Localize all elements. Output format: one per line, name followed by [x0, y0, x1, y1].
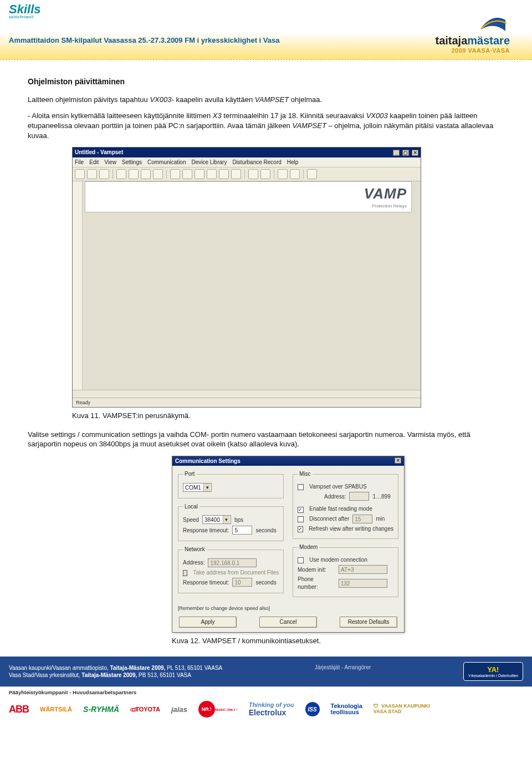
- page-footer: Vaasan kaupunki/Vaasan ammattiopisto, Ta…: [0, 657, 532, 723]
- organisers-label: Järjestäjät - Arrangörer: [315, 664, 371, 670]
- speed-select[interactable]: 38400: [202, 515, 231, 524]
- section-heading: Ohjelmiston päivittäminen: [28, 77, 504, 87]
- toolbar-button[interactable]: [207, 169, 217, 179]
- menubar: File Edit View Settings Communication De…: [73, 157, 421, 168]
- restore-defaults-button[interactable]: Restore Defaults: [340, 617, 397, 628]
- toolbar-button[interactable]: [116, 169, 126, 179]
- minimize-icon[interactable]: _: [393, 150, 400, 156]
- document-body: Ohjelmiston päivittäminen Laitteen ohjel…: [0, 60, 532, 657]
- toolbar-button[interactable]: [87, 169, 97, 179]
- paragraph-steps: - Aloita ensin kytkemällä laitteeseen kä…: [28, 111, 504, 140]
- electrolux-logo: Electrolux: [249, 708, 287, 717]
- network-address-input: 192.168.0.1: [208, 558, 257, 567]
- spabus-checkbox[interactable]: [298, 484, 304, 490]
- status-ready: Ready: [76, 399, 90, 406]
- maximize-icon[interactable]: ▢: [402, 150, 409, 156]
- dialog-note: [Remember to change device speed also]: [178, 605, 398, 612]
- net-response-timeout-input: 10: [232, 578, 252, 587]
- take-address-checkbox: [183, 570, 187, 576]
- close-icon[interactable]: ✕: [412, 150, 418, 156]
- vampset-screenshot: Untitled - Vampset _ ▢ ✕ File Edit View …: [72, 147, 421, 408]
- toolbar-help-icon[interactable]: [307, 169, 317, 179]
- disconnect-checkbox[interactable]: [298, 516, 304, 522]
- toolbar-button[interactable]: [231, 169, 241, 179]
- port-select[interactable]: COM1: [183, 483, 212, 492]
- statusbar: Ready: [73, 398, 421, 407]
- vamp-banner: VAMP Protection Relays: [85, 181, 412, 212]
- local-group: Local Speed 38400 bps Response timeout: …: [178, 503, 284, 542]
- page-header: Skills skillsfinland Ammattitaidon SM-ki…: [0, 0, 532, 60]
- port-group: Port COM1: [178, 470, 284, 498]
- network-group: Network Address: 192.168.0.1 Take addres…: [178, 546, 284, 593]
- app-canvas: VAMP Protection Relays: [73, 181, 421, 398]
- window-titlebar: Untitled - Vampset _ ▢ ✕: [73, 147, 421, 157]
- jalas-logo: jalas: [171, 705, 187, 714]
- menu-device-library[interactable]: Device Library: [191, 159, 227, 166]
- electrolux-slogan: Thinking of you: [249, 701, 294, 708]
- toolbar-button[interactable]: [141, 169, 151, 179]
- modem-group: Modem Use modem connection Modem init: A…: [293, 543, 398, 597]
- toolbar-button[interactable]: [278, 169, 288, 179]
- refresh-checkbox[interactable]: [298, 526, 303, 532]
- menu-view[interactable]: View: [104, 159, 116, 166]
- partner-logos: ABB WÄRTSILÄ S-RYHMÄ TOYOTA jalas NRJ HI…: [0, 696, 532, 723]
- modem-init-input: AT+3: [339, 565, 387, 574]
- phone-number-input: 132: [339, 579, 387, 588]
- side-pane: [73, 181, 83, 398]
- menu-communication[interactable]: Communication: [147, 159, 186, 166]
- ya-logo: YA! Yrkesakademin i Österbotten: [463, 662, 523, 681]
- toolbar-button[interactable]: [219, 169, 229, 179]
- window-buttons: _ ▢ ✕: [392, 149, 418, 156]
- horizontal-scrollbar[interactable]: [73, 390, 421, 398]
- paragraph-intro: Laitteen ohjelmiston päivitys tapahtuu V…: [28, 95, 504, 105]
- vaasa-logo: VAASAN KAUPUNKIVASA STAD: [374, 704, 430, 715]
- iss-logo: ISS: [305, 702, 320, 716]
- toolbar-button[interactable]: [260, 169, 270, 179]
- toolbar-button[interactable]: [290, 169, 300, 179]
- paragraph-settings: Valitse settings / communication setting…: [28, 430, 504, 449]
- toolbar-button[interactable]: [129, 169, 139, 179]
- fast-reading-checkbox[interactable]: [298, 507, 304, 513]
- misc-group: Misc Vampset over SPABUS Address: 1…899: [293, 470, 398, 539]
- dialog-title: Communication Settings: [175, 457, 241, 465]
- disconnect-value-input: 15: [352, 515, 372, 523]
- toyota-logo: TOYOTA: [130, 706, 160, 713]
- menu-settings[interactable]: Settings: [122, 159, 142, 166]
- figure-caption-12: Kuva 12. VAMPSET / kommunikointiasetukse…: [172, 636, 504, 646]
- figure-caption-11: Kuva 11. VAMPSET:in perusnäkymä.: [72, 411, 504, 421]
- cancel-button[interactable]: Cancel: [259, 617, 317, 628]
- footer-address: Vaasan kaupunki/Vaasan ammattiopisto, Ta…: [9, 664, 222, 679]
- address-label: Address:: [183, 559, 204, 567]
- toolbar-button[interactable]: [170, 169, 180, 179]
- comm-settings-dialog: Communication Settings ✕ Port COM1: [172, 456, 405, 633]
- teknologiateollisuus-logo: Teknologiateollisuus: [331, 703, 362, 715]
- abb-logo: ABB: [9, 704, 29, 715]
- response-timeout-label: Response timeout:: [183, 527, 229, 535]
- toolbar-button[interactable]: [248, 169, 258, 179]
- menu-edit[interactable]: Edit: [89, 159, 99, 166]
- partners-label: Pääyhteistyökumppanit - Huvudsamarbetspa…: [0, 686, 532, 696]
- toolbar-button[interactable]: [182, 169, 192, 179]
- taitaja-logo: taitajamästare 2009 VAASA·VASA: [435, 10, 510, 54]
- response-timeout-input[interactable]: 5: [232, 526, 252, 535]
- toolbar-button[interactable]: [99, 169, 109, 179]
- close-icon[interactable]: ✕: [395, 457, 401, 464]
- side-url: www.taitaja2009.com: [530, 399, 532, 510]
- apply-button[interactable]: Apply: [179, 617, 237, 628]
- toolbar-button[interactable]: [75, 169, 85, 179]
- window-title: Untitled - Vampset: [75, 149, 123, 156]
- toolbar: [73, 167, 421, 181]
- taitaja-swoosh-icon: [478, 10, 510, 34]
- menu-file[interactable]: File: [75, 159, 84, 166]
- spabus-address-input: [349, 492, 369, 501]
- menu-disturbance-record[interactable]: Disturbance Record: [232, 159, 281, 166]
- sryhma-logo: S-RYHMÄ: [83, 705, 119, 714]
- speed-label: Speed: [183, 516, 199, 524]
- use-modem-checkbox[interactable]: [298, 557, 304, 563]
- toolbar-button[interactable]: [195, 169, 204, 179]
- wartsila-logo: WÄRTSILÄ: [40, 706, 72, 713]
- menu-help[interactable]: Help: [287, 159, 299, 166]
- toolbar-button[interactable]: [153, 169, 163, 179]
